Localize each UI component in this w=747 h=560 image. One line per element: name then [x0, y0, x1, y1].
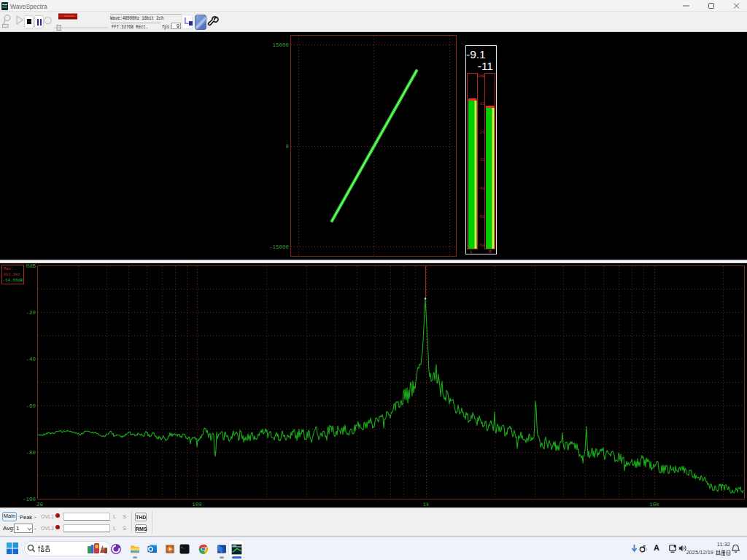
svg-text:0dB: 0dB [26, 263, 36, 269]
svg-text:-30: -30 [478, 158, 485, 163]
svg-text:Max:: Max: [4, 266, 13, 271]
svg-text:-60: -60 [478, 243, 485, 248]
svg-text:20: 20 [36, 502, 44, 508]
svg-text:-40: -40 [478, 186, 485, 191]
svg-text:-15000: -15000 [269, 244, 290, 250]
svg-text:10k: 10k [649, 502, 659, 508]
svg-text:R: R [489, 249, 492, 254]
svg-text:>_: >_ [181, 546, 185, 549]
svg-text:-10: -10 [478, 101, 485, 106]
svg-text:-100: -100 [23, 497, 36, 502]
svg-text:-40: -40 [26, 357, 36, 362]
svg-text:L: L [470, 249, 473, 254]
svg-text:-9.1: -9.1 [466, 48, 486, 61]
svg-text:0: 0 [285, 144, 289, 149]
svg-text:-14.66dB: -14.66dB [3, 278, 23, 283]
svg-text:-20: -20 [478, 130, 485, 135]
svg-text:993.9Hz: 993.9Hz [4, 272, 20, 277]
svg-text:100: 100 [192, 502, 202, 508]
svg-text:15000: 15000 [272, 42, 289, 48]
svg-text:-20: -20 [26, 310, 36, 316]
svg-text:-11: -11 [478, 60, 493, 72]
svg-text:0dB: 0dB [478, 74, 486, 79]
svg-text:-50: -50 [478, 214, 485, 219]
svg-text:-80: -80 [26, 450, 36, 456]
svg-text:1k: 1k [422, 502, 430, 508]
svg-text:-60: -60 [26, 403, 36, 409]
